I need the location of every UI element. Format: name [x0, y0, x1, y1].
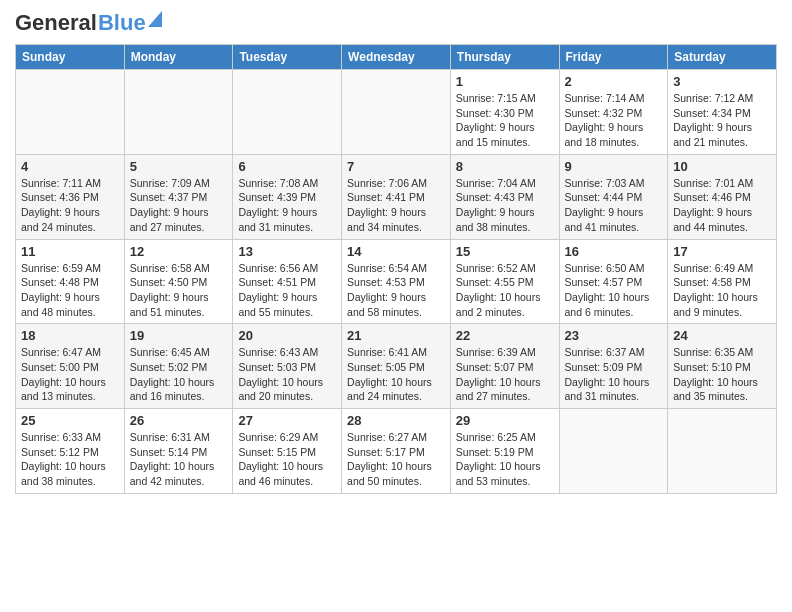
day-info: Sunrise: 6:49 AMSunset: 4:58 PMDaylight:… [673, 261, 771, 320]
day-number: 8 [456, 159, 554, 174]
day-info: Sunrise: 6:33 AMSunset: 5:12 PMDaylight:… [21, 430, 119, 489]
calendar-table: Sunday Monday Tuesday Wednesday Thursday… [15, 44, 777, 494]
logo-general: General [15, 10, 97, 36]
day-number: 10 [673, 159, 771, 174]
calendar-day-cell [233, 70, 342, 155]
day-info: Sunrise: 6:47 AMSunset: 5:00 PMDaylight:… [21, 345, 119, 404]
calendar-day-cell: 12Sunrise: 6:58 AMSunset: 4:50 PMDayligh… [124, 239, 233, 324]
header-sunday: Sunday [16, 45, 125, 70]
calendar-day-cell: 15Sunrise: 6:52 AMSunset: 4:55 PMDayligh… [450, 239, 559, 324]
day-number: 21 [347, 328, 445, 343]
day-number: 28 [347, 413, 445, 428]
day-number: 16 [565, 244, 663, 259]
day-number: 19 [130, 328, 228, 343]
day-number: 24 [673, 328, 771, 343]
day-number: 29 [456, 413, 554, 428]
day-number: 13 [238, 244, 336, 259]
page-container: General Blue Sunday Monday Tuesday Wedne… [0, 0, 792, 504]
calendar-body: 1Sunrise: 7:15 AMSunset: 4:30 PMDaylight… [16, 70, 777, 494]
header-saturday: Saturday [668, 45, 777, 70]
calendar-day-cell [668, 409, 777, 494]
day-info: Sunrise: 6:45 AMSunset: 5:02 PMDaylight:… [130, 345, 228, 404]
calendar-day-cell: 3Sunrise: 7:12 AMSunset: 4:34 PMDaylight… [668, 70, 777, 155]
day-info: Sunrise: 7:06 AMSunset: 4:41 PMDaylight:… [347, 176, 445, 235]
day-number: 22 [456, 328, 554, 343]
day-info: Sunrise: 7:03 AMSunset: 4:44 PMDaylight:… [565, 176, 663, 235]
day-info: Sunrise: 7:15 AMSunset: 4:30 PMDaylight:… [456, 91, 554, 150]
calendar-day-cell: 1Sunrise: 7:15 AMSunset: 4:30 PMDaylight… [450, 70, 559, 155]
day-info: Sunrise: 6:29 AMSunset: 5:15 PMDaylight:… [238, 430, 336, 489]
header-wednesday: Wednesday [342, 45, 451, 70]
day-info: Sunrise: 7:08 AMSunset: 4:39 PMDaylight:… [238, 176, 336, 235]
calendar-day-cell [16, 70, 125, 155]
day-number: 14 [347, 244, 445, 259]
day-number: 23 [565, 328, 663, 343]
day-number: 15 [456, 244, 554, 259]
calendar-day-cell: 28Sunrise: 6:27 AMSunset: 5:17 PMDayligh… [342, 409, 451, 494]
day-number: 11 [21, 244, 119, 259]
calendar-day-cell [342, 70, 451, 155]
day-info: Sunrise: 6:35 AMSunset: 5:10 PMDaylight:… [673, 345, 771, 404]
day-number: 18 [21, 328, 119, 343]
calendar-day-cell: 11Sunrise: 6:59 AMSunset: 4:48 PMDayligh… [16, 239, 125, 324]
day-info: Sunrise: 6:59 AMSunset: 4:48 PMDaylight:… [21, 261, 119, 320]
calendar-day-cell: 8Sunrise: 7:04 AMSunset: 4:43 PMDaylight… [450, 154, 559, 239]
day-number: 20 [238, 328, 336, 343]
calendar-day-cell: 5Sunrise: 7:09 AMSunset: 4:37 PMDaylight… [124, 154, 233, 239]
calendar-day-cell: 25Sunrise: 6:33 AMSunset: 5:12 PMDayligh… [16, 409, 125, 494]
calendar-day-cell: 13Sunrise: 6:56 AMSunset: 4:51 PMDayligh… [233, 239, 342, 324]
day-number: 1 [456, 74, 554, 89]
day-info: Sunrise: 6:31 AMSunset: 5:14 PMDaylight:… [130, 430, 228, 489]
day-info: Sunrise: 6:54 AMSunset: 4:53 PMDaylight:… [347, 261, 445, 320]
calendar-day-cell: 27Sunrise: 6:29 AMSunset: 5:15 PMDayligh… [233, 409, 342, 494]
svg-marker-0 [148, 11, 162, 27]
calendar-week-row: 18Sunrise: 6:47 AMSunset: 5:00 PMDayligh… [16, 324, 777, 409]
day-info: Sunrise: 6:56 AMSunset: 4:51 PMDaylight:… [238, 261, 336, 320]
header-tuesday: Tuesday [233, 45, 342, 70]
day-number: 9 [565, 159, 663, 174]
calendar-day-cell: 23Sunrise: 6:37 AMSunset: 5:09 PMDayligh… [559, 324, 668, 409]
day-info: Sunrise: 7:04 AMSunset: 4:43 PMDaylight:… [456, 176, 554, 235]
day-info: Sunrise: 6:39 AMSunset: 5:07 PMDaylight:… [456, 345, 554, 404]
day-info: Sunrise: 7:14 AMSunset: 4:32 PMDaylight:… [565, 91, 663, 150]
header: General Blue [15, 10, 777, 36]
calendar-day-cell: 14Sunrise: 6:54 AMSunset: 4:53 PMDayligh… [342, 239, 451, 324]
calendar-day-cell: 22Sunrise: 6:39 AMSunset: 5:07 PMDayligh… [450, 324, 559, 409]
day-number: 5 [130, 159, 228, 174]
header-thursday: Thursday [450, 45, 559, 70]
day-number: 17 [673, 244, 771, 259]
day-number: 27 [238, 413, 336, 428]
day-number: 25 [21, 413, 119, 428]
day-info: Sunrise: 6:25 AMSunset: 5:19 PMDaylight:… [456, 430, 554, 489]
day-info: Sunrise: 7:12 AMSunset: 4:34 PMDaylight:… [673, 91, 771, 150]
calendar-day-cell: 24Sunrise: 6:35 AMSunset: 5:10 PMDayligh… [668, 324, 777, 409]
day-info: Sunrise: 6:50 AMSunset: 4:57 PMDaylight:… [565, 261, 663, 320]
day-number: 26 [130, 413, 228, 428]
calendar-day-cell: 26Sunrise: 6:31 AMSunset: 5:14 PMDayligh… [124, 409, 233, 494]
calendar-day-cell: 21Sunrise: 6:41 AMSunset: 5:05 PMDayligh… [342, 324, 451, 409]
day-number: 2 [565, 74, 663, 89]
day-info: Sunrise: 7:11 AMSunset: 4:36 PMDaylight:… [21, 176, 119, 235]
day-info: Sunrise: 6:52 AMSunset: 4:55 PMDaylight:… [456, 261, 554, 320]
day-number: 3 [673, 74, 771, 89]
day-info: Sunrise: 6:27 AMSunset: 5:17 PMDaylight:… [347, 430, 445, 489]
day-info: Sunrise: 6:43 AMSunset: 5:03 PMDaylight:… [238, 345, 336, 404]
day-info: Sunrise: 7:01 AMSunset: 4:46 PMDaylight:… [673, 176, 771, 235]
header-friday: Friday [559, 45, 668, 70]
calendar-day-cell: 16Sunrise: 6:50 AMSunset: 4:57 PMDayligh… [559, 239, 668, 324]
calendar-week-row: 11Sunrise: 6:59 AMSunset: 4:48 PMDayligh… [16, 239, 777, 324]
calendar-day-cell: 17Sunrise: 6:49 AMSunset: 4:58 PMDayligh… [668, 239, 777, 324]
day-info: Sunrise: 7:09 AMSunset: 4:37 PMDaylight:… [130, 176, 228, 235]
calendar-day-cell: 19Sunrise: 6:45 AMSunset: 5:02 PMDayligh… [124, 324, 233, 409]
calendar-day-cell: 7Sunrise: 7:06 AMSunset: 4:41 PMDaylight… [342, 154, 451, 239]
calendar-week-row: 1Sunrise: 7:15 AMSunset: 4:30 PMDaylight… [16, 70, 777, 155]
header-monday: Monday [124, 45, 233, 70]
calendar-day-cell: 10Sunrise: 7:01 AMSunset: 4:46 PMDayligh… [668, 154, 777, 239]
calendar-day-cell: 9Sunrise: 7:03 AMSunset: 4:44 PMDaylight… [559, 154, 668, 239]
day-info: Sunrise: 6:37 AMSunset: 5:09 PMDaylight:… [565, 345, 663, 404]
day-number: 7 [347, 159, 445, 174]
calendar-week-row: 4Sunrise: 7:11 AMSunset: 4:36 PMDaylight… [16, 154, 777, 239]
logo: General Blue [15, 10, 162, 36]
calendar-day-cell [559, 409, 668, 494]
calendar-day-cell [124, 70, 233, 155]
